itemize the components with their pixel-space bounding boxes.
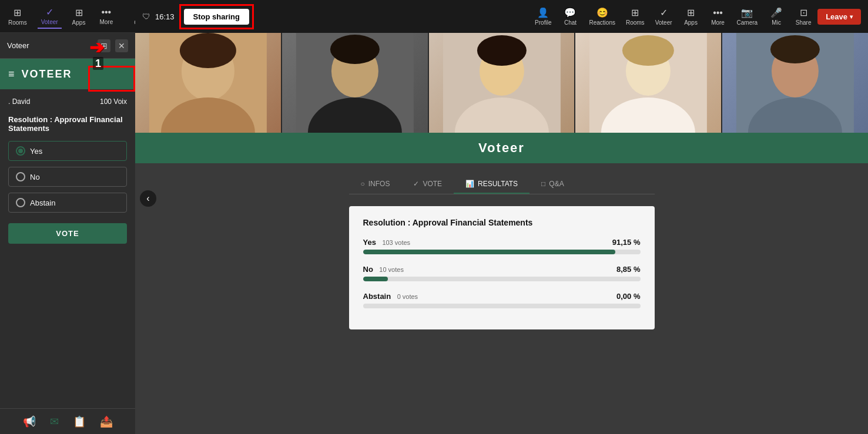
rooms-label: Rooms [8,19,27,26]
tab-infos[interactable]: ○ INFOS [349,175,402,194]
voteer-icon: ✓ [46,6,53,18]
share-label-right: Share [796,19,812,26]
participant-thumb-1 [135,33,281,133]
profile-btn[interactable]: 👤 Profile [530,5,556,28]
sidebar-item-rooms[interactable]: ⊞ Rooms [5,5,31,28]
right-panel: 🛡 16:13 Stop sharing 👤 Profile 💬 Chat 😊 … [135,0,868,434]
user-info-row: . David 100 Voix [8,97,127,106]
bottom-tab-export[interactable]: 📤 [100,415,113,428]
leave-chevron-icon: ▾ [850,14,853,20]
radio-yes [16,146,25,156]
vote-submit-button[interactable]: VOTE [8,223,127,244]
svg-point-21 [622,35,674,66]
result-row-yes: Yes 103 votes 91,15 % [363,237,641,254]
bottom-tab-broadcast[interactable]: 📢 [23,415,36,428]
result-row-no: No 10 votes 8,85 % [363,264,641,281]
shield-icon: 🛡 [142,12,150,21]
svg-point-13 [330,35,380,64]
left-toolbar: ⊞ Rooms ✓ Voteer ⊞ Apps ••• More 📷 Camer… [0,0,135,33]
more-icon: ••• [101,7,111,18]
toolbar-right: 👤 Profile 💬 Chat 😊 Reactions ⊞ Rooms ✓ V… [530,5,861,28]
radio-dot-yes [18,149,23,153]
number-1-label: 1 [93,58,103,70]
more-icon-right: ••• [713,8,723,18]
hamburger-icon[interactable]: ≡ [8,68,15,80]
participant-thumb-4 [575,33,721,133]
sidebar-item-voteer[interactable]: ✓ Voteer [38,4,62,29]
more-label-right: More [711,19,725,26]
vote-option-no[interactable]: No [8,167,127,187]
mic-icon-right: 🎤 [770,7,782,18]
result-no-label-row: No 10 votes 8,85 % [363,264,641,274]
apps-label-right: Apps [684,19,698,26]
vote-tab-label: VOTE [423,180,442,188]
result-abstain-left: Abstain 0 votes [363,291,418,301]
svg-point-25 [770,35,820,63]
infos-tab-label: INFOS [368,180,390,188]
popup-close-btn[interactable]: ✕ [115,39,128,52]
voteer-main-content: ‹ ○ INFOS ✓ VOTE 📊 RESULTATS □ Q&A [135,163,868,434]
more-btn-right[interactable]: ••• More [705,5,731,28]
voteer-icon-right: ✓ [660,7,668,18]
result-abstain-pct: 0,00 % [616,292,640,301]
popup-title-bar: Voteer ⊞ ✕ [0,33,135,59]
rooms-icon-right: ⊞ [631,7,639,18]
camera-btn-right[interactable]: 📷 Camera [732,5,763,28]
vote-option-yes[interactable]: Yes [8,141,127,161]
result-yes-votes: 103 votes [382,239,410,246]
apps-btn-right[interactable]: ⊞ Apps [678,5,704,28]
vote-yes-label: Yes [30,147,42,156]
participants-row [135,33,868,133]
vote-tab-icon: ✓ [413,180,419,188]
results-card-title: Resolution : Approval Financial Statemen… [363,218,641,227]
sidebar-item-more[interactable]: ••• More [96,5,116,28]
result-no-bar [363,277,641,281]
tab-qna[interactable]: □ Q&A [529,175,576,194]
result-no-votes: 10 votes [379,266,404,273]
sidebar-item-apps[interactable]: ⊞ Apps [69,5,89,28]
rooms-btn-right[interactable]: ⊞ Rooms [621,5,649,28]
radio-no [16,172,25,181]
leave-button[interactable]: Leave ▾ [817,9,861,25]
result-yes-bar [363,250,641,254]
collapse-panel-button[interactable]: ‹ [140,190,156,207]
teams-toolbar: 🛡 16:13 Stop sharing 👤 Profile 💬 Chat 😊 … [135,0,868,33]
voteer-main-header: Voteer [135,133,868,163]
result-row-abstain: Abstain 0 votes 0,00 % [363,291,641,308]
voteer-bottom-tabs: 📢 ✉ 📋 📤 [0,408,135,434]
qna-tab-icon: □ [541,180,545,188]
share-icon-right: ⊡ [800,7,807,18]
participant-thumb-3 [429,33,575,133]
participant-thumb-5 [722,33,868,133]
apps-icon-right: ⊞ [687,7,695,18]
voteer-btn-right[interactable]: ✓ Voteer [651,5,677,28]
voteer-body: . David 100 Voix Resolution : Approval F… [0,89,135,408]
camera-icon-right: 📷 [741,7,753,18]
arrow-annotation: ➔ [89,39,104,56]
tab-vote[interactable]: ✓ VOTE [401,175,454,194]
bottom-tab-mail[interactable]: ✉ [50,415,59,428]
tab-resultats[interactable]: 📊 RESULTATS [454,175,529,194]
bottom-tab-list[interactable]: 📋 [73,415,86,428]
camera-label-right: Camera [737,19,758,26]
reactions-btn[interactable]: 😊 Reactions [584,5,619,28]
profile-icon: 👤 [537,7,549,18]
result-no-label: No [363,265,373,274]
result-yes-label: Yes [363,238,376,247]
chat-icon: 💬 [564,7,576,18]
svg-point-17 [477,35,526,66]
reactions-icon: 😊 [596,7,608,18]
mic-btn-right[interactable]: 🎤 Mic [763,5,789,28]
rooms-icon: ⊞ [14,7,21,18]
share-btn-right[interactable]: ⊡ Share [790,5,816,28]
stop-sharing-wrapper: Stop sharing [184,9,249,25]
chat-btn[interactable]: 💬 Chat [557,5,583,28]
tabs-bar: ○ INFOS ✓ VOTE 📊 RESULTATS □ Q&A [349,175,655,194]
leave-label: Leave [826,12,847,21]
result-no-left: No 10 votes [363,264,404,274]
result-yes-fill [363,250,616,254]
stop-sharing-button[interactable]: Stop sharing [184,9,249,25]
result-no-fill [363,277,388,281]
resultats-tab-label: RESULTATS [478,180,518,188]
vote-option-abstain[interactable]: Abstain [8,193,127,213]
